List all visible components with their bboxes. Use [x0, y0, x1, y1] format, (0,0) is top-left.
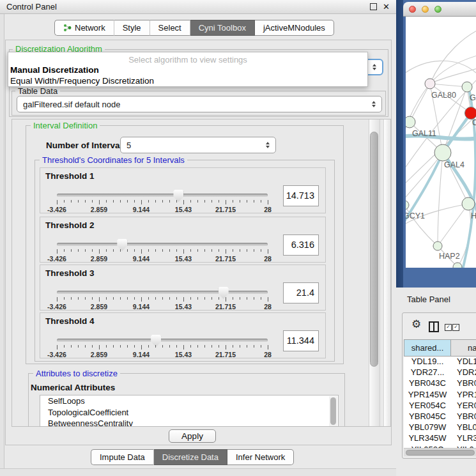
table-row[interactable]: YBL079WYBL0 [404, 422, 476, 433]
close-traffic-light-icon[interactable] [409, 6, 416, 13]
network-canvas[interactable]: GAL80GACGAL11GAL4GCY1HHAP2 [406, 17, 476, 268]
network-node[interactable] [462, 82, 472, 92]
tab-select[interactable]: Select [150, 20, 190, 36]
slider-scale-labels: -3.4262.8599.14415.4321.71528 [57, 206, 268, 213]
table-row[interactable]: YPR145WYPR1 [404, 390, 476, 401]
table-row[interactable]: YLR345WYLR3 [404, 433, 476, 444]
slider-ticks [57, 345, 268, 350]
threshold-2-value-field[interactable]: 6.316 [283, 234, 319, 256]
threshold-2-panel: Threshold 2 -3.4262.8599.14415.4321.7152… [40, 217, 326, 263]
threshold-2-label: Threshold 2 [45, 220, 95, 230]
threshold-3-value-field[interactable]: 21.4 [283, 282, 319, 303]
tab-cyni-toolbox[interactable]: Cyni Toolbox [190, 20, 255, 36]
network-window-titlebar[interactable] [403, 2, 476, 17]
slider-ticks [57, 249, 268, 254]
list-scrollbar-thumb[interactable] [330, 397, 336, 425]
table-panel-title: Table Panel [407, 295, 450, 304]
network-desktop: GAL80GACGAL11GAL4GCY1HHAP2 [396, 0, 476, 288]
slider-track[interactable] [57, 243, 268, 246]
control-panel-titlebar: Control Panel ✕ [0, 0, 396, 14]
network-node[interactable] [433, 242, 442, 250]
threshold-3-slider[interactable]: -3.4262.8599.14415.4321.71528 [57, 287, 268, 309]
bottom-tab-bar: Impute Data Discretize Data Infer Networ… [91, 449, 294, 464]
number-of-intervals-combobox[interactable]: 5 [120, 137, 276, 153]
control-panel: Control Panel ✕ Network Style Select Cyn… [0, 0, 396, 476]
network-node[interactable] [425, 79, 435, 89]
top-tab-bar: Network Style Select Cyni Toolbox jActiv… [54, 20, 334, 36]
combo-arrows-icon [266, 142, 270, 148]
tab-network[interactable]: Network [54, 20, 114, 36]
network-node[interactable] [465, 107, 476, 119]
table-row[interactable]: YDL19...YDL1 [404, 357, 476, 367]
table-row[interactable]: YER054CYER0 [404, 401, 476, 411]
table-data-selected: galFiltered.sif default node [23, 100, 120, 109]
gear-icon[interactable]: ⚙ [411, 318, 421, 330]
dropdown-hint: Select algorithm to view settings [8, 55, 367, 65]
threshold-1-slider[interactable]: -3.4262.8599.14415.4321.71528 [57, 190, 268, 211]
attribute-item[interactable]: BetweennessCentrality [40, 418, 338, 427]
network-canvas-svg: GAL80GACGAL11GAL4GCY1HHAP2 [406, 17, 476, 268]
dropdown-option-equal-width[interactable]: Equal Width/Frequency Discretization [10, 76, 154, 86]
desktop-edge [396, 0, 403, 288]
slider-track[interactable] [57, 291, 268, 294]
threshold-2-slider[interactable]: -3.4262.8599.14415.4321.71528 [57, 239, 268, 261]
slider-track[interactable] [57, 194, 268, 197]
tab-infer-network[interactable]: Infer Network [227, 449, 294, 465]
node-label: GAL4 [444, 160, 464, 169]
close-icon[interactable]: ✕ [383, 3, 390, 11]
checkbox-icon[interactable]: ✓ [452, 324, 459, 331]
table-row[interactable]: YDR27...YDR2 [404, 367, 476, 378]
table-data-title: Table Data [15, 87, 60, 96]
checkbox-icon[interactable]: ✓ [445, 324, 452, 331]
table-panel: Table Panel ⚙ ✓ ✓ shared... na YDL19...Y… [396, 288, 476, 476]
threshold-4-value-field[interactable]: 11.344 [283, 330, 319, 351]
attribute-item[interactable]: SelfLoops [40, 395, 338, 407]
combo-arrows-icon [372, 101, 376, 107]
column-header-name[interactable]: na [451, 339, 476, 357]
attribute-item[interactable]: TopologicalCoefficient [40, 407, 338, 418]
threshold-4-slider[interactable]: -3.4262.8599.14415.4321.71528 [57, 335, 268, 357]
tab-discretize-data[interactable]: Discretize Data [154, 449, 227, 465]
node-label: C [472, 118, 476, 127]
node-table-box: ⚙ ✓ ✓ shared... na YDL19...YDL1YDR27...Y… [402, 312, 476, 459]
table-row[interactable]: YBR045CYBR0 [404, 411, 476, 422]
node-label: GAL80 [431, 91, 456, 100]
horizontal-scrollbar-thumb[interactable] [406, 450, 475, 456]
algorithm-dropdown-popup: Select algorithm to view settings Manual… [8, 52, 368, 87]
numerical-attributes-list[interactable]: SelfLoopsTopologicalCoefficientBetweenne… [40, 395, 339, 427]
column-header-shared-name[interactable]: shared... [404, 339, 451, 357]
table-row[interactable]: YBR043CYBR0 [404, 378, 476, 389]
node-label: HAP2 [439, 252, 460, 261]
network-node[interactable] [406, 201, 409, 210]
minimize-traffic-light-icon[interactable] [422, 6, 429, 13]
threshold-1-panel: Threshold 1 -3.4262.8599.14415.4321.7152… [40, 167, 326, 213]
network-node[interactable] [462, 197, 475, 210]
tab-network-label: Network [75, 23, 105, 33]
threshold-3-panel: Threshold 3 -3.4262.8599.14415.4321.7152… [40, 265, 326, 311]
node-label: GCY1 [406, 211, 425, 220]
network-node[interactable] [434, 144, 451, 161]
node-label: GA [470, 93, 476, 102]
vertical-scrollbar-thumb[interactable] [370, 132, 378, 367]
right-region: GAL80GACGAL11GAL4GCY1HHAP2 Table Panel ⚙… [396, 0, 476, 476]
column-layout-icon[interactable] [429, 321, 439, 332]
slider-track[interactable] [57, 339, 268, 342]
slider-scale-labels: -3.4262.8599.14415.4321.71528 [57, 351, 268, 358]
dropdown-option-manual[interactable]: Manual Discretization [10, 65, 99, 75]
zoom-traffic-light-icon[interactable] [434, 6, 441, 13]
table-data-combobox[interactable]: galFiltered.sif default node [17, 96, 382, 112]
float-window-icon[interactable] [370, 3, 377, 10]
panel-title: Control Panel [6, 2, 57, 12]
tab-jactivemnodules[interactable]: jActiveMNodules [255, 20, 334, 36]
network-icon [63, 24, 72, 32]
threshold-1-label: Threshold 1 [45, 171, 95, 181]
thresholds-group-title: Threshold's Coordinates for 5 Intervals [40, 156, 187, 165]
outer-scrollbar-track [383, 119, 390, 426]
network-node[interactable] [406, 116, 415, 128]
tab-impute-data[interactable]: Impute Data [91, 449, 154, 465]
interval-definition-title: Interval Definition [31, 121, 100, 130]
threshold-1-value-field[interactable]: 14.713 [283, 185, 319, 206]
tab-style[interactable]: Style [114, 20, 150, 36]
apply-button[interactable]: Apply [169, 429, 216, 443]
horizontal-scrollbar-track[interactable] [404, 448, 476, 456]
